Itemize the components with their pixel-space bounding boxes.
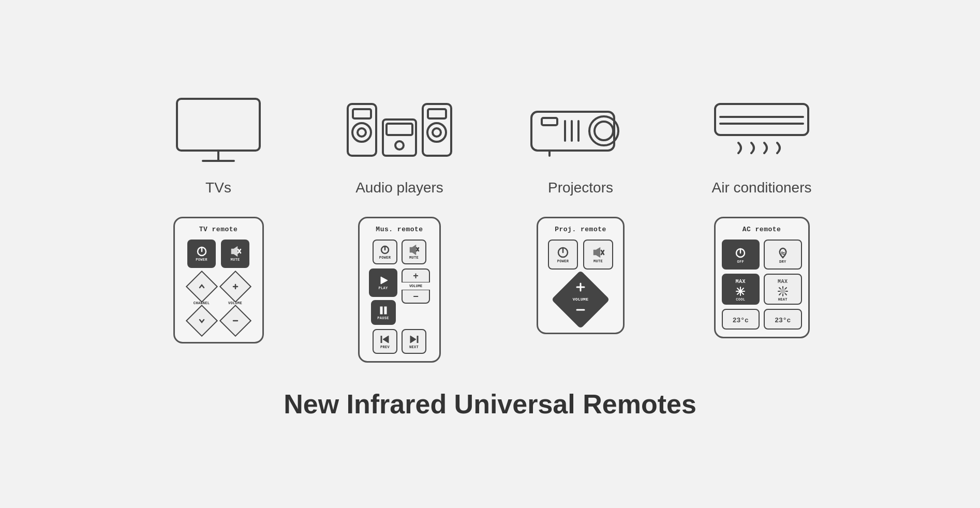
device-column-ac: Air conditioners (671, 88, 852, 196)
svg-line-64 (779, 288, 781, 289)
mus-volume-down-button[interactable]: − (402, 290, 430, 304)
svg-point-5 (358, 128, 366, 137)
proj-mute-label: MUTE (593, 260, 603, 263)
mus-remote-title: Mus. remote (376, 226, 423, 233)
proj-volume-control: VOLUME (557, 276, 604, 323)
audio-icon (343, 94, 456, 166)
mus-pause-button[interactable]: PAUSE (371, 300, 396, 325)
svg-line-66 (785, 288, 786, 289)
svg-rect-39 (380, 307, 382, 314)
tv-icon (167, 94, 270, 166)
audio-label: Audio players (355, 180, 443, 196)
tv-power-button[interactable]: POWER (187, 240, 216, 268)
mus-volume-up-button[interactable]: + (402, 268, 430, 282)
ac-dry-label: DRY (779, 260, 786, 264)
proj-power-button[interactable]: POWER (548, 240, 578, 270)
ac-temp-cool-value: 23°c (733, 317, 749, 324)
mus-volume-label: VOLUME (409, 284, 422, 288)
svg-point-59 (781, 289, 785, 293)
mus-pause-label: PAUSE (377, 317, 389, 320)
ac-temp-heat-value: 23°c (775, 317, 791, 324)
page-title: New Infrared Universal Remotes (284, 389, 696, 420)
audio-icon-area (343, 88, 456, 171)
mus-play-label: PLAY (378, 287, 388, 290)
mus-prev-label: PREV (380, 346, 390, 349)
ac-dry-button[interactable]: DRY (764, 240, 802, 270)
ac-remote-title: AC remote (743, 226, 781, 233)
svg-line-65 (785, 294, 786, 295)
mus-prev-button[interactable]: PREV (373, 329, 397, 354)
mus-play-button[interactable]: PLAY (369, 268, 397, 297)
proj-power-label: POWER (557, 260, 569, 263)
proj-volume-up-button[interactable] (573, 280, 588, 296)
ac-max-heat-button[interactable]: MAX HEAT (764, 274, 802, 305)
svg-point-11 (427, 123, 446, 142)
ac-label: Air conditioners (712, 180, 812, 196)
projectors-label: Projectors (548, 180, 613, 196)
device-column-tvs: TVs (128, 88, 309, 196)
svg-point-12 (433, 128, 441, 137)
tv-icon-area (167, 88, 270, 171)
ac-icon (705, 94, 819, 166)
devices-row: TVs (128, 88, 852, 201)
svg-point-16 (595, 122, 613, 140)
proj-power-mute-row: POWER MUTE (544, 240, 617, 270)
proj-volume-label: VOLUME (573, 297, 589, 302)
ac-cool-label: COOL (736, 298, 745, 302)
svg-marker-27 (232, 247, 237, 256)
proj-volume-down-button[interactable] (573, 303, 588, 319)
ac-heat-label: HEAT (778, 298, 788, 302)
mus-power-mute-row: POWER MUTE (366, 240, 433, 264)
tv-channel-up-button[interactable] (187, 272, 216, 301)
proj-remote: Proj. remote POWER (537, 217, 625, 334)
ac-off-button[interactable]: OFF (722, 240, 760, 270)
mus-power-button[interactable]: POWER (373, 240, 397, 264)
svg-rect-6 (353, 109, 371, 118)
main-container: TVs (128, 88, 852, 420)
svg-rect-17 (542, 118, 557, 125)
tv-remote-title: TV remote (199, 226, 238, 233)
proj-remote-column: Proj. remote POWER (490, 217, 671, 334)
tv-remote-column: TV remote POWER (128, 217, 309, 343)
svg-marker-42 (383, 336, 389, 343)
remotes-row: TV remote POWER (128, 217, 852, 363)
mus-prev-next-row: PREV NEXT (366, 329, 433, 354)
ac-temp-heat-button[interactable]: 23°c (764, 309, 802, 330)
svg-rect-8 (387, 124, 412, 135)
mus-play-vol-row: PLAY PAUSE + VOLUME − (366, 268, 433, 325)
tv-channel-down-button[interactable] (187, 306, 216, 335)
tvs-label: TVs (205, 180, 231, 196)
svg-rect-40 (384, 307, 387, 314)
tv-channel-volume-row: CHANNEL (181, 272, 256, 335)
mus-next-button[interactable]: NEXT (402, 329, 426, 354)
mus-mute-label: MUTE (409, 256, 419, 260)
svg-line-67 (779, 294, 781, 295)
device-column-audio: Audio players (309, 88, 490, 196)
tv-power-mute-row: POWER MUTE (181, 240, 256, 268)
mus-next-label: NEXT (409, 346, 419, 349)
ac-remote-column: AC remote OFF (671, 217, 852, 338)
tv-power-label: POWER (196, 258, 207, 262)
tv-volume-down-button[interactable] (221, 306, 249, 335)
tv-volume-up-button[interactable] (221, 272, 249, 301)
ac-remote: AC remote OFF (714, 217, 810, 338)
mus-mute-button[interactable]: MUTE (402, 240, 426, 264)
device-column-projectors: Projectors (490, 88, 671, 196)
svg-point-4 (352, 123, 371, 142)
proj-mute-button[interactable]: MUTE (583, 240, 613, 270)
ac-icon-area (705, 88, 819, 171)
svg-marker-47 (594, 248, 600, 257)
svg-marker-35 (410, 246, 415, 254)
mus-remote-column: Mus. remote POWER (309, 217, 490, 363)
ac-max-cool-button[interactable]: MAX COOL (722, 274, 760, 305)
svg-point-9 (395, 141, 404, 150)
ac-temp-cool-button[interactable]: 23°c (722, 309, 760, 330)
projector-icon-area (524, 88, 637, 171)
proj-remote-title: Proj. remote (555, 226, 606, 233)
tv-mute-button[interactable]: MUTE (221, 240, 249, 268)
ac-buttons-grid: OFF DRY MAX (722, 240, 802, 330)
svg-rect-0 (177, 99, 260, 151)
mus-remote: Mus. remote POWER (358, 217, 441, 363)
svg-marker-38 (381, 277, 388, 284)
projector-icon (524, 96, 637, 163)
